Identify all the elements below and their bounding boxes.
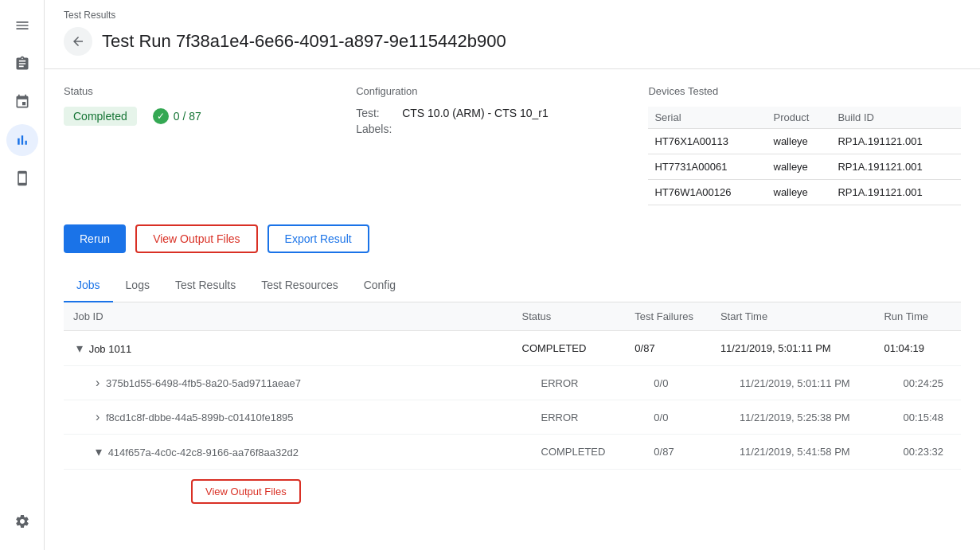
table-row: HT76X1A00113 walleye RP1A.191121.001 <box>648 129 961 154</box>
inline-view-output-row: View Output Files <box>64 470 961 504</box>
tab-test-results[interactable]: Test Results <box>162 269 248 302</box>
devices-col-serial: Serial <box>648 107 767 129</box>
config-section: Configuration Test: CTS 10.0 (ARM) - CTS… <box>356 85 616 205</box>
config-test-value: CTS 10.0 (ARM) - CTS 10_r1 <box>402 107 549 119</box>
job-start-time: 11/21/2019, 5:01:11 PM <box>711 331 875 366</box>
devices-col-buildid: Build ID <box>831 107 961 129</box>
status-row: Completed ✓ 0 / 87 <box>64 107 324 126</box>
devices-table: Serial Product Build ID HT76X1A00113 wal… <box>648 107 961 205</box>
sub-row: › f8cd1c8f-dbbe-44a5-899b-c01410fe1895 E… <box>64 400 961 435</box>
sidebar-device[interactable] <box>6 162 38 194</box>
jobs-col-start: Start Time <box>711 302 875 331</box>
sub-job-failures: 0/0 <box>625 366 711 400</box>
sub-job-id-cell: ▾ 414f657a-4c0c-42c8-9166-aa76f8aa32d2 <box>64 435 513 470</box>
content-area: Status Completed ✓ 0 / 87 Configuration … <box>45 69 980 550</box>
config-labels-row: Labels: <box>356 123 616 135</box>
tab-config[interactable]: Config <box>351 269 408 302</box>
main-content: Test Results Test Run 7f38a1e4-6e66-4091… <box>45 0 980 550</box>
expand-button[interactable]: ▾ <box>92 444 105 459</box>
sidebar-calendar[interactable] <box>6 86 38 118</box>
info-row: Status Completed ✓ 0 / 87 Configuration … <box>64 85 961 205</box>
table-row: HT76W1A00126 walleye RP1A.191121.001 <box>648 180 961 205</box>
table-row: HT7731A00061 walleye RP1A.191121.001 <box>648 154 961 180</box>
jobs-col-runtime: Run Time <box>874 302 961 331</box>
config-test-key: Test: <box>356 107 396 119</box>
sub-job-run-time: 00:23:32 <box>874 435 961 470</box>
devices-col-product: Product <box>767 107 832 129</box>
actions-row: Rerun View Output Files Export Result <box>64 224 961 253</box>
sub-job-id: f8cd1c8f-dbbe-44a5-899b-c01410fe1895 <box>106 412 294 423</box>
device-buildid: RP1A.191121.001 <box>831 154 961 180</box>
view-output-button[interactable]: View Output Files <box>135 224 257 253</box>
sub-row: › 375b1d55-6498-4fb5-8a20-5ad9711aeae7 E… <box>64 366 961 400</box>
job-id-cell: ▾ Job 1011 <box>64 331 513 366</box>
expand-button[interactable]: › <box>92 410 103 424</box>
sub-job-id: 375b1d55-6498-4fb5-8a20-5ad9711aeae7 <box>106 377 301 389</box>
tab-test-resources[interactable]: Test Resources <box>248 269 350 302</box>
device-product: walleye <box>767 154 832 180</box>
page-title: Test Run 7f38a1e4-6e66-4091-a897-9e11544… <box>102 31 506 52</box>
config-label: Configuration <box>356 85 616 97</box>
sidebar-tasks[interactable] <box>6 48 38 80</box>
sidebar <box>0 0 45 550</box>
back-button[interactable] <box>64 27 92 56</box>
sub-job-id-cell: › 375b1d55-6498-4fb5-8a20-5ad9711aeae7 <box>64 366 513 400</box>
sub-job-run-time: 00:24:25 <box>874 366 961 400</box>
device-buildid: RP1A.191121.001 <box>831 129 961 154</box>
device-product: walleye <box>767 129 832 154</box>
pass-count: ✓ 0 / 87 <box>153 108 201 124</box>
jobs-col-status: Status <box>513 302 626 331</box>
sub-job-id: 414f657a-4c0c-42c8-9166-aa76f8aa32d2 <box>108 447 299 458</box>
header: Test Results Test Run 7f38a1e4-6e66-4091… <box>45 0 980 69</box>
status-section: Status Completed ✓ 0 / 87 <box>64 85 324 205</box>
jobs-col-failures: Test Failures <box>625 302 711 331</box>
tab-logs[interactable]: Logs <box>113 269 162 302</box>
sub-job-status: COMPLETED <box>513 435 626 470</box>
sub-job-status: ERROR <box>513 366 626 400</box>
device-serial: HT76W1A00126 <box>648 180 767 205</box>
devices-section: Devices Tested Serial Product Build ID H… <box>648 85 961 205</box>
sub-job-start-time: 11/21/2019, 5:41:58 PM <box>711 435 875 470</box>
status-label: Status <box>64 85 324 97</box>
device-buildid: RP1A.191121.001 <box>831 180 961 205</box>
sub-job-start-time: 11/21/2019, 5:01:11 PM <box>711 366 875 400</box>
job-run-time: 01:04:19 <box>874 331 961 366</box>
tab-jobs[interactable]: Jobs <box>64 269 113 302</box>
sub-row: ▾ 414f657a-4c0c-42c8-9166-aa76f8aa32d2 C… <box>64 435 961 470</box>
job-failures: 0/87 <box>625 331 711 366</box>
sub-job-failures: 0/0 <box>625 400 711 435</box>
job-row: ▾ Job 1011 COMPLETED 0/87 11/21/2019, 5:… <box>64 331 961 366</box>
device-serial: HT76X1A00113 <box>648 129 767 154</box>
export-result-button[interactable]: Export Result <box>267 224 369 253</box>
sub-job-run-time: 00:15:48 <box>874 400 961 435</box>
rerun-button[interactable]: Rerun <box>64 224 126 253</box>
tabs: JobsLogsTest ResultsTest ResourcesConfig <box>64 269 961 302</box>
check-circle-icon: ✓ <box>153 108 169 124</box>
devices-label: Devices Tested <box>648 85 961 97</box>
sub-job-start-time: 11/21/2019, 5:25:38 PM <box>711 400 875 435</box>
sidebar-settings[interactable] <box>6 505 38 537</box>
device-serial: HT7731A00061 <box>648 154 767 180</box>
page-title-row: Test Run 7f38a1e4-6e66-4091-a897-9e11544… <box>64 27 961 56</box>
device-product: walleye <box>767 180 832 205</box>
jobs-col-id: Job ID <box>64 302 513 331</box>
sub-job-status: ERROR <box>513 400 626 435</box>
jobs-table: Job ID Status Test Failures Start Time R… <box>64 302 961 470</box>
config-labels-key: Labels: <box>356 123 396 135</box>
expand-button[interactable]: › <box>92 376 103 390</box>
expand-button[interactable]: ▾ <box>73 341 86 356</box>
sub-job-id-cell: › f8cd1c8f-dbbe-44a5-899b-c01410fe1895 <box>64 400 513 435</box>
job-status: COMPLETED <box>513 331 626 366</box>
config-test-row: Test: CTS 10.0 (ARM) - CTS 10_r1 <box>356 107 616 119</box>
sidebar-analytics[interactable] <box>6 124 38 156</box>
inline-view-output-button[interactable]: View Output Files <box>191 479 301 504</box>
pass-count-value: 0 / 87 <box>174 110 201 123</box>
status-badge: Completed <box>64 107 137 126</box>
job-id: Job 1011 <box>89 343 132 355</box>
breadcrumb: Test Results <box>64 10 961 21</box>
sub-job-failures: 0/87 <box>625 435 711 470</box>
sidebar-menu[interactable] <box>6 10 38 41</box>
